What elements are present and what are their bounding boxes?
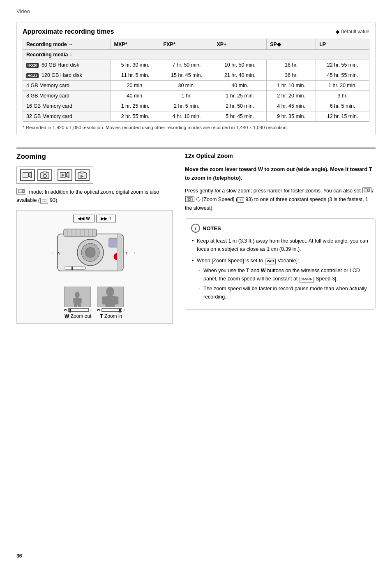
svg-rect-46 — [364, 189, 368, 192]
cell: 18 hr. — [267, 60, 316, 70]
recording-media-label: Recording media ↓ — [23, 50, 369, 60]
media-8gb: 8 GB Memory card — [23, 91, 111, 101]
t-zoom-label: T Zoom in — [100, 313, 122, 319]
t-slider: W T — [97, 308, 125, 312]
hg21-badge: HG21 — [26, 73, 39, 78]
cell: 4 hr. 10 min. — [160, 111, 213, 122]
table-header-row: Approximate recording times Default valu… — [23, 28, 369, 35]
svg-rect-40 — [78, 303, 81, 307]
video-icon-inline — [362, 187, 371, 193]
two-col-layout: Zooming — [16, 153, 376, 329]
zoom-buttons-top: ◀◀ W ▶▶ T — [21, 215, 168, 222]
mode-description: mode: In addition to the optical zoom, d… — [16, 188, 173, 204]
cell: 22 hr. 55 min. — [316, 60, 369, 70]
camera-svg: W ← T → — [45, 226, 144, 283]
svg-point-42 — [106, 287, 114, 296]
table-row: 32 GB Memory card 2 hr. 55 min. 4 hr. 10… — [23, 111, 369, 122]
notes-subitem-1: When you use the T and W buttons on the … — [197, 266, 369, 283]
svg-marker-6 — [66, 172, 69, 178]
w-label-top: W — [86, 216, 90, 221]
col-sp: SP◆ — [267, 39, 316, 50]
cell: 1 hr. 10 min. — [267, 81, 316, 91]
cell: 10 hr. 50 min. — [213, 60, 267, 70]
svg-rect-44 — [102, 296, 106, 304]
optical-zoom-section: 12x Optical Zoom Move the zoom lever tow… — [185, 153, 376, 329]
mode-divider — [55, 169, 55, 181]
table-title: Approximate recording times — [23, 28, 114, 35]
notes-sublist: When you use the T and W buttons on the … — [197, 266, 369, 301]
cell: 45 hr. 55 min. — [316, 70, 369, 81]
optical-zoom-body: Press gently for a slow zoom; press hard… — [185, 187, 376, 213]
svg-point-16 — [85, 248, 95, 257]
cell: 12 hr. 15 min. — [316, 111, 369, 122]
cell: 21 hr. 40 min. — [213, 70, 267, 81]
tele-pair: W T — [97, 287, 125, 312]
svg-rect-43 — [105, 296, 115, 307]
table-row: 16 GB Memory card 1 hr. 25 min. 2 hr. 5 … — [23, 101, 369, 111]
col-recording-mode: Recording mode → — [23, 39, 111, 50]
svg-rect-37 — [73, 298, 76, 304]
media-120gb: HG21 120 GB Hard disk — [23, 70, 111, 81]
notes-header: i NOTES — [191, 224, 369, 233]
fastforward-icon: ▶▶ — [101, 216, 107, 221]
photo-mode-icon — [37, 169, 52, 181]
notes-title: NOTES — [203, 225, 221, 231]
cell: 36 hr. — [267, 70, 316, 81]
cell: 2 hr. 20 min. — [267, 91, 316, 101]
recording-table: Recording mode → MXP* FXP* XP+ SP◆ LP Re… — [23, 39, 369, 122]
col-xp: XP+ — [213, 39, 267, 50]
video-mode-icon — [20, 169, 35, 181]
camera-body-area: W ← T → — [21, 226, 168, 283]
cell: 15 hr. 45 min. — [160, 70, 213, 81]
zooming-title: Zooming — [16, 153, 173, 161]
svg-text:→: → — [131, 250, 136, 256]
notes-item-1: Keep at least 1 m (3.3 ft.) away from th… — [191, 237, 369, 253]
notes-box: i NOTES Keep at least 1 m (3.3 ft.) away… — [185, 218, 376, 310]
svg-rect-11 — [18, 189, 22, 193]
table-row: HG20 60 GB Hard disk 5 hr. 30 min. 7 hr.… — [23, 60, 369, 70]
svg-rect-31 — [117, 234, 122, 271]
svg-rect-45 — [115, 296, 119, 304]
cell: 1 hr. — [160, 91, 213, 101]
cell: 6 hr. 5 min. — [316, 101, 369, 111]
svg-rect-39 — [74, 303, 77, 307]
cell: 4 hr. 45 min. — [267, 101, 316, 111]
svg-text:←: ← — [51, 250, 56, 256]
tele-cam-thumb — [97, 287, 124, 307]
cell: 40 min. — [111, 91, 160, 101]
default-value-label: Default value — [336, 29, 369, 35]
video-mode-inline-icon — [16, 188, 26, 194]
notes-icon: i — [191, 224, 200, 233]
cell: 2 hr. 55 min. — [111, 111, 160, 122]
svg-text:T: T — [125, 251, 128, 255]
cell: 3 hr. — [316, 91, 369, 101]
media-4gb: 4 GB Memory card — [23, 81, 111, 91]
hg20-badge: HG20 — [26, 63, 39, 68]
cell: 2 hr. 50 min. — [213, 101, 267, 111]
t-label-top: T — [109, 216, 111, 221]
cell: 1 hr. 25 min. — [213, 91, 267, 101]
svg-rect-0 — [23, 172, 28, 177]
cell: 1 hr. 25 min. — [111, 101, 160, 111]
table-row: HG21 120 GB Hard disk 11 hr. 5 min. 15 h… — [23, 70, 369, 81]
svg-rect-33 — [71, 266, 73, 270]
cell: 9 hr. 35 min. — [267, 111, 316, 122]
w-zoom-label: W Zoom out — [65, 313, 91, 319]
rewind-icon: ◀◀ — [78, 216, 84, 221]
playback-video-icon — [58, 169, 72, 181]
wide-angle-panel: W T W Zoom out — [64, 287, 92, 319]
cell: 40 min. — [213, 81, 267, 91]
mode-icons-row — [16, 167, 93, 184]
page-header: Video — [16, 8, 376, 14]
svg-marker-1 — [29, 172, 32, 178]
zoom-illustration: ◀◀ W ▶▶ T — [16, 210, 173, 324]
photo-icon-inline — [185, 196, 194, 202]
w-slider: W T — [64, 308, 92, 312]
svg-marker-47 — [368, 188, 369, 192]
media-60gb: HG20 60 GB Hard disk — [23, 60, 111, 70]
cell: 2 hr. 5 min. — [160, 101, 213, 111]
wide-cam-thumb — [64, 287, 91, 307]
media-16gb: 16 GB Memory card — [23, 101, 111, 111]
tele-panel: W T T Zoom in — [97, 287, 125, 319]
svg-rect-3 — [43, 171, 46, 173]
